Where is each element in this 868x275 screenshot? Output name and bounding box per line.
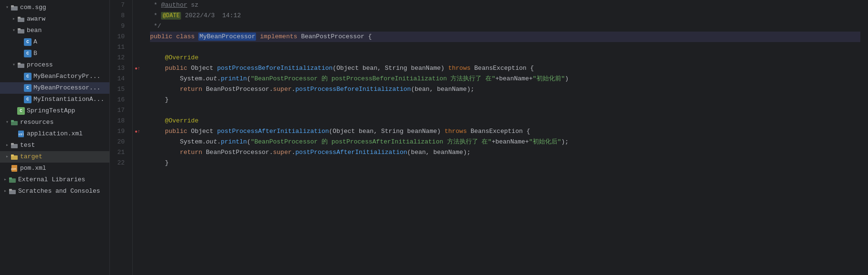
gutter-9 [133, 21, 142, 32]
gutter-22 [133, 158, 142, 168]
string-literal-2: "初始化前" [533, 75, 565, 82]
xml-icon: xml [17, 130, 25, 138]
sidebar-item-awarw[interactable]: awarw [0, 13, 109, 25]
gutter-21 [133, 147, 142, 158]
code-content[interactable]: * @author sz * @DATE 2022/4/3 14:12 */ p… [142, 0, 868, 275]
sidebar-item-process[interactable]: process [0, 59, 109, 71]
param-type-string-2: String [381, 128, 404, 135]
arrow-icon [4, 3, 11, 12]
arrow-icon [2, 175, 9, 185]
class-icon: C [24, 84, 32, 92]
sidebar-item-target[interactable]: target [0, 151, 109, 163]
keyword-public: public [150, 33, 172, 40]
sidebar-label: target [20, 152, 43, 162]
sidebar-label: Scratches and Consoles [18, 187, 100, 196]
code-line-22: } [150, 158, 860, 168]
code-line-13: public Object postProcessBeforeInitializ… [150, 63, 860, 74]
sidebar-item-resources[interactable]: resources [0, 117, 109, 128]
class-icon: C [24, 96, 32, 103]
line-number-14: 14 [110, 74, 129, 84]
keyword-throws: throws [448, 65, 471, 72]
println-method: println [221, 75, 247, 82]
sidebar-item-pom-xml[interactable]: pom pom.xml [0, 163, 109, 174]
param-type: Object [336, 65, 359, 72]
gutter-17 [133, 105, 142, 116]
arrow-icon [2, 187, 9, 196]
svg-rect-9 [11, 120, 14, 122]
svg-rect-5 [18, 28, 21, 30]
code-line-8: * @DATE 2022/4/3 14:12 [150, 11, 860, 21]
code-editor: 7 8 9 10 11 12 13 14 15 16 17 18 19 20 2… [110, 0, 868, 275]
comment-text: 2022/4/3 14:12 [181, 12, 241, 19]
sidebar-label: SpringTestApp [27, 106, 75, 116]
arrow-icon [4, 152, 11, 162]
classname-highlight: MyBeanProcessor [198, 33, 256, 41]
gutter-14 [133, 74, 142, 84]
line-number-21: 21 [110, 147, 129, 158]
string-literal-4: "初始化后" [529, 138, 561, 145]
param-type-2: Object [332, 128, 355, 135]
svg-rect-19 [9, 177, 12, 179]
svg-text:pom: pom [11, 167, 16, 171]
string-literal: "BeanPostProcessor 的 postProcessBeforeIn… [251, 75, 495, 82]
keyword-public: public [165, 128, 187, 135]
sidebar-item-A[interactable]: C A [0, 36, 109, 48]
code-line-15: return BeanPostProcessor.super.postProce… [150, 84, 860, 95]
folder-icon [17, 15, 25, 23]
override-annotation: @Override [165, 54, 198, 61]
keyword-super-2: super [273, 149, 291, 156]
line-number-13: 13 [110, 63, 129, 74]
comment-text: * @author sz [150, 1, 198, 9]
sidebar-item-test[interactable]: test [0, 140, 109, 151]
code-line-18: @Override [150, 116, 860, 126]
line-number-19: 19 [110, 126, 129, 137]
gutter-18 [133, 116, 142, 126]
sidebar-item-bean[interactable]: bean [0, 25, 109, 36]
keyword-class: class [176, 33, 195, 40]
code-line-17 [150, 105, 860, 116]
class-icon: C [24, 50, 32, 57]
gutter-19: ●↑ [133, 126, 142, 137]
comment-text: */ [150, 22, 161, 30]
method-name-2: postProcessAfterInitialization [217, 128, 329, 135]
sidebar-item-mybeanfactorypr[interactable]: C MyBeanFactoryPr... [0, 71, 109, 82]
sidebar-item-myinstantiationa[interactable]: C MyInstantiationA... [0, 94, 109, 105]
line-number-7: 7 [110, 0, 129, 11]
resources-folder-icon [11, 119, 18, 126]
gutter-icons: ●↑ ●↑ [133, 0, 142, 275]
breakpoint-icon[interactable]: ●↑ [135, 129, 140, 134]
code-line-11 [150, 42, 860, 53]
string-literal-3: "BeanPostProcessor 的 postProcessAfterIni… [251, 138, 492, 145]
sidebar-item-scratches[interactable]: Scratches and Consoles [0, 186, 109, 197]
svg-rect-21 [9, 189, 12, 191]
svg-rect-1 [11, 5, 14, 7]
sidebar-label: resources [20, 118, 54, 127]
spring-class-icon: C [17, 107, 25, 115]
arrow-icon [4, 118, 11, 127]
sidebar-item-mybeanprocessor[interactable]: C MyBeanProcessor... [0, 82, 109, 94]
folder-icon [11, 142, 18, 149]
sidebar-label: MyBeanProcessor... [33, 83, 100, 93]
sidebar-item-application-xml[interactable]: xml application.xml [0, 128, 109, 140]
svg-rect-3 [18, 17, 21, 19]
package-icon [11, 4, 18, 11]
gutter-20 [133, 137, 142, 147]
line-numbers-gutter: 7 8 9 10 11 12 13 14 15 16 17 18 19 20 2… [110, 0, 133, 275]
sidebar-item-com-sgg[interactable]: com.sgg [0, 2, 109, 13]
svg-text:xml: xml [18, 132, 24, 136]
interface-name: BeanPostProcessor [301, 33, 364, 40]
svg-rect-15 [11, 154, 14, 156]
line-number-18: 18 [110, 116, 129, 126]
sidebar-label: test [20, 141, 35, 150]
pom-icon: pom [11, 165, 18, 172]
gutter-15 [133, 84, 142, 95]
date-tag: @DATE [161, 12, 181, 20]
gutter-10 [133, 32, 142, 42]
sidebar-label: application.xml [27, 129, 83, 139]
sidebar-item-B[interactable]: C B [0, 48, 109, 59]
sidebar-item-springtestapp[interactable]: C SpringTestApp [0, 105, 109, 117]
breakpoint-icon[interactable]: ●↑ [135, 66, 140, 71]
code-line-9: */ [150, 21, 860, 32]
sidebar-item-external-libraries[interactable]: External Libraries [0, 174, 109, 186]
line-number-22: 22 [110, 158, 129, 168]
